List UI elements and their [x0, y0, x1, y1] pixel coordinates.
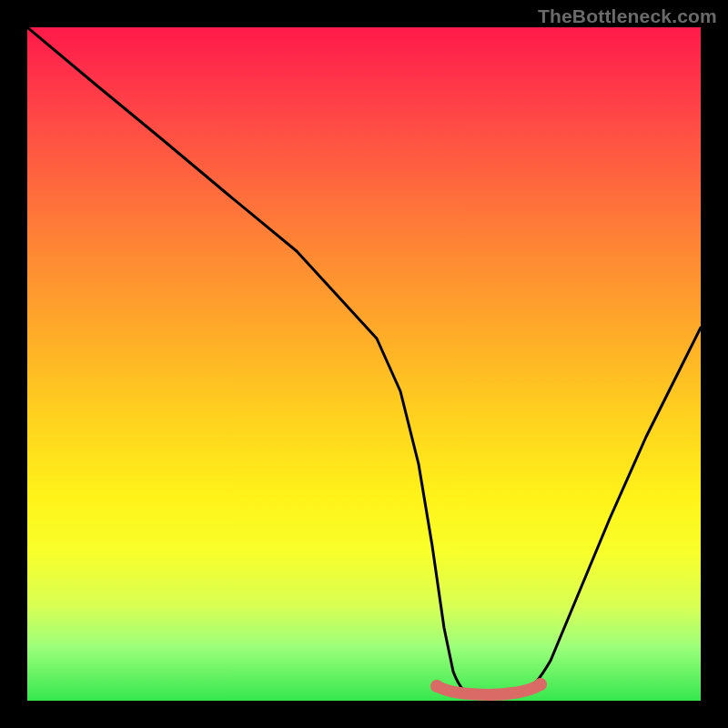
bottleneck-curve-path [27, 27, 701, 696]
curve-layer [27, 27, 701, 701]
bottom-highlight-path [437, 684, 541, 694]
highlight-end-left [430, 680, 443, 693]
plot-area [27, 27, 701, 701]
watermark-text: TheBottleneck.com [538, 5, 717, 27]
highlight-end-right [534, 678, 547, 691]
chart-container: TheBottleneck.com [0, 0, 728, 728]
